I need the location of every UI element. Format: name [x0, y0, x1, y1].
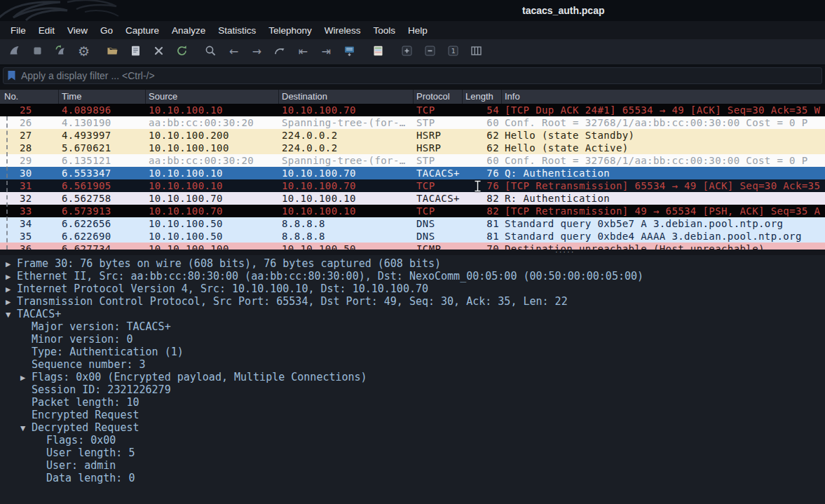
menu-item-capture[interactable]: Capture: [119, 22, 165, 39]
detail-line-8[interactable]: Sequence number: 3: [0, 358, 825, 371]
go-last-packet-button[interactable]: ⇥: [317, 43, 336, 62]
detail-line-14[interactable]: Flags: 0x00: [0, 434, 825, 447]
splitter-handle-icon[interactable]: ·····: [555, 249, 575, 254]
chevron-right-icon[interactable]: ▶: [6, 296, 17, 308]
detail-line-9[interactable]: ▶Flags: 0x00 (Encrypted payload, Multipl…: [0, 371, 825, 383]
chevron-right-icon[interactable]: ▶: [6, 258, 17, 271]
cell-source: 10.10.100.50: [146, 217, 279, 230]
menu-item-view[interactable]: View: [61, 22, 94, 39]
column-header-info[interactable]: Info: [502, 90, 825, 104]
packet-row-30[interactable]: 306.55334710.10.100.1010.10.100.70TACACS…: [0, 167, 825, 179]
menu-item-file[interactable]: File: [4, 22, 32, 39]
column-header-length[interactable]: Length: [463, 90, 502, 104]
detail-line-6[interactable]: Minor version: 0: [0, 333, 825, 346]
detail-line-15[interactable]: User length: 5: [0, 447, 825, 459]
column-header-no[interactable]: No.: [0, 90, 59, 104]
zoom-100-icon: 1: [446, 44, 460, 60]
cell-length: 70: [463, 243, 502, 250]
cell-info: [TCP Dup ACK 24#1] 65534 → 49 [ACK] Seq=…: [502, 104, 825, 116]
open-capture-file-button[interactable]: [103, 43, 122, 62]
chevron-right-icon[interactable]: ▶: [6, 271, 17, 283]
detail-line-5[interactable]: Major version: TACACS+: [0, 320, 825, 333]
zoom-normal-button[interactable]: 1: [444, 43, 463, 62]
menu-item-statistics[interactable]: Statistics: [212, 22, 262, 39]
arrow-right-icon: →: [252, 46, 261, 58]
detail-text: Type: Authentication (1): [32, 346, 184, 358]
pane-splitter[interactable]: ·····: [0, 250, 825, 255]
chevron-down-icon[interactable]: ▼: [6, 308, 17, 321]
menu-item-analyze[interactable]: Analyze: [165, 22, 212, 39]
packet-row-31[interactable]: 316.56190510.10.100.1010.10.100.70TCP76[…: [0, 179, 825, 192]
column-header-protocol[interactable]: Protocol: [414, 90, 463, 104]
chevron-right-icon[interactable]: ▶: [6, 283, 17, 296]
zoom-in-button[interactable]: [397, 43, 416, 62]
detail-line-1[interactable]: ▶Ethernet II, Src: aa:bb:cc:80:30:00 (aa…: [0, 270, 825, 282]
chevron-right-icon[interactable]: ▶: [20, 372, 32, 384]
colorize-packets-button[interactable]: [369, 43, 388, 62]
filter-bar: Apply a display filter ... <Ctrl-/>: [0, 65, 825, 86]
detail-line-7[interactable]: Type: Authentication (1): [0, 346, 825, 358]
cell-length: 54: [463, 104, 502, 116]
menu-item-telephony[interactable]: Telephony: [262, 22, 318, 39]
go-forward-button[interactable]: →: [247, 43, 266, 62]
packet-row-25[interactable]: 254.08989610.10.100.1010.10.100.70TCP54[…: [0, 104, 825, 116]
folder-open-icon: [106, 44, 119, 60]
packet-row-32[interactable]: 326.56275810.10.100.7010.10.100.10TACACS…: [0, 192, 825, 205]
find-packet-button[interactable]: [201, 43, 220, 62]
cell-protocol: TCP: [414, 179, 463, 192]
packet-row-28[interactable]: 285.67062110.10.100.100224.0.0.2HSRP62He…: [0, 142, 825, 154]
detail-line-3[interactable]: ▶Transmission Control Protocol, Src Port…: [0, 295, 825, 308]
detail-line-2[interactable]: ▶Internet Protocol Version 4, Src: 10.10…: [0, 282, 825, 295]
cell-source: aa:bb:cc:00:30:20: [146, 116, 279, 129]
packet-row-26[interactable]: 264.130190aa:bb:cc:00:30:20Spanning-tree…: [0, 116, 825, 129]
go-back-button[interactable]: ←: [224, 43, 243, 62]
restart-capture-button[interactable]: [51, 43, 70, 62]
detail-line-11[interactable]: Packet length: 10: [0, 396, 825, 409]
start-capture-button[interactable]: [5, 43, 24, 62]
bookmark-icon[interactable]: [7, 70, 16, 81]
detail-text: TACACS+: [17, 308, 61, 320]
detail-line-12[interactable]: Encrypted Request: [0, 409, 825, 421]
resize-columns-button[interactable]: [467, 43, 486, 62]
cell-info: Conf. Root = 32768/1/aa:bb:cc:00:30:00 C…: [502, 154, 825, 167]
menu-item-help[interactable]: Help: [402, 22, 434, 39]
detail-line-16[interactable]: User: admin: [0, 459, 825, 472]
packet-row-34[interactable]: 346.62265610.10.100.508.8.8.8DNS81Standa…: [0, 217, 825, 230]
column-header-source[interactable]: Source: [146, 90, 279, 104]
cell-no: 29: [0, 154, 59, 167]
zoom-out-button[interactable]: [421, 43, 439, 62]
column-header-destination[interactable]: Destination: [279, 90, 414, 104]
close-capture-file-button[interactable]: [149, 43, 168, 62]
window-title: tacacs_auth.pcap: [522, 5, 605, 16]
stop-capture-button[interactable]: [28, 43, 47, 62]
menu-item-tools[interactable]: Tools: [367, 22, 402, 39]
packet-row-33[interactable]: 336.57391310.10.100.7010.10.100.10TCP82[…: [0, 205, 825, 217]
detail-line-0[interactable]: ▶Frame 30: 76 bytes on wire (608 bits), …: [0, 257, 825, 270]
packet-row-36[interactable]: 366.62773410.10.100.10010.10.100.50ICMP7…: [0, 243, 825, 250]
restart-fin-icon: [54, 44, 67, 60]
packet-row-29[interactable]: 296.135121aa:bb:cc:00:30:20Spanning-tree…: [0, 154, 825, 167]
reload-capture-file-button[interactable]: [172, 43, 191, 62]
auto-scroll-button[interactable]: [340, 43, 359, 62]
column-header-time[interactable]: Time: [59, 90, 146, 104]
packet-row-35[interactable]: 356.62269010.10.100.508.8.8.8DNS81Standa…: [0, 230, 825, 243]
cell-no: 28: [0, 142, 59, 154]
go-first-packet-button[interactable]: ⇤: [294, 43, 313, 62]
cell-source: aa:bb:cc:00:30:20: [146, 154, 279, 167]
cell-time: 5.670621: [59, 142, 146, 154]
detail-line-4[interactable]: ▼TACACS+: [0, 308, 825, 320]
cell-destination: 10.10.100.70: [279, 167, 414, 179]
detail-line-13[interactable]: ▼Decrypted Request: [0, 421, 825, 434]
save-capture-file-button[interactable]: [126, 43, 145, 62]
cell-source: 10.10.100.200: [146, 129, 279, 142]
packet-row-27[interactable]: 274.49399710.10.100.200224.0.0.2HSRP62He…: [0, 129, 825, 142]
display-filter-input[interactable]: Apply a display filter ... <Ctrl-/>: [3, 67, 822, 84]
menu-item-go[interactable]: Go: [94, 22, 119, 39]
menu-item-wireless[interactable]: Wireless: [318, 22, 367, 39]
menu-item-edit[interactable]: Edit: [32, 22, 61, 39]
chevron-down-icon[interactable]: ▼: [20, 422, 32, 435]
detail-line-17[interactable]: Data length: 0: [0, 472, 825, 484]
detail-line-10[interactable]: Session ID: 2321226279: [0, 383, 825, 396]
capture-options-button[interactable]: ⚙: [74, 43, 93, 62]
go-to-packet-button[interactable]: [271, 43, 289, 62]
